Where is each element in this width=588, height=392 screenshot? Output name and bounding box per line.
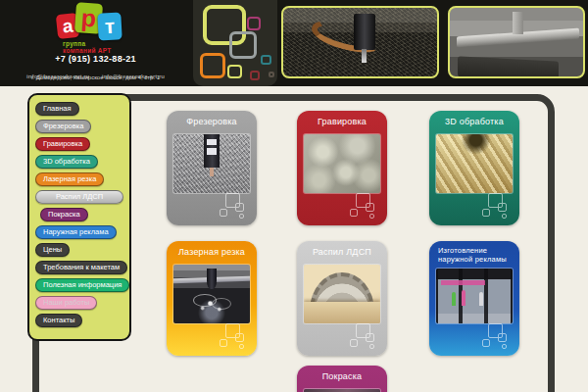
router-base — [458, 56, 559, 78]
deco-square-icon — [200, 53, 225, 78]
card-title: Распил ЛДСП — [297, 241, 387, 263]
deco-square-icon — [227, 65, 242, 78]
mannequin-shape — [479, 292, 483, 307]
card-title: Фрезеровка — [167, 111, 257, 132]
router-column — [513, 12, 523, 35]
header: а р т группа компаний АРТ +7 (915) 132-8… — [0, 0, 588, 86]
phone-number: +7 (915) 132-88-21 — [10, 54, 181, 64]
3d-card-photo — [436, 134, 513, 193]
logo-letter-t: т — [97, 12, 122, 40]
sidebar-item-engraving[interactable]: Гравировка — [35, 137, 90, 151]
sidebar-item-home[interactable]: Главная — [35, 102, 79, 116]
card-title: 3D обработка — [429, 111, 519, 132]
milling-spindle — [354, 14, 375, 51]
page: а р т группа компаний АРТ +7 (915) 132-8… — [0, 0, 588, 392]
deco-square-icon — [229, 31, 257, 59]
mannequin-shape — [452, 292, 457, 307]
company-address: г. Домодедово, Каширское шоссе, дом 4, с… — [5, 74, 186, 80]
squares-motif — [219, 192, 252, 221]
card-milling[interactable]: Фрезеровка — [167, 111, 257, 225]
tagline-line-1: группа — [63, 40, 180, 47]
sidebar-item-milling[interactable]: Фрезеровка — [35, 120, 91, 133]
mannequin-shape — [462, 290, 466, 306]
laser-card-photo — [173, 265, 250, 323]
sidebar-item-our-works[interactable]: Наши работы — [35, 296, 97, 310]
card-outdoor-ads[interactable]: Изготовление наружной рекламы — [429, 241, 519, 356]
wood-board-shape — [304, 302, 380, 323]
squares-motif — [349, 192, 382, 221]
milling-card-photo — [173, 134, 250, 193]
cnc-router-photo — [448, 6, 585, 78]
card-title: Изготовление наружной рекламы — [429, 241, 519, 265]
deco-square-icon — [261, 55, 271, 65]
sidebar-menu: Главная Фрезеровка Гравировка 3D обработ… — [27, 93, 131, 341]
company-logo[interactable]: а р т группа компаний АРТ — [49, 2, 186, 55]
sidebar-item-3d-processing[interactable]: 3D обработка — [35, 155, 98, 169]
card-title: Гравировка — [297, 111, 387, 132]
squares-motif — [219, 322, 252, 352]
card-3d-processing[interactable]: 3D обработка — [429, 111, 519, 225]
saw-card-photo — [304, 265, 380, 323]
card-laser-cutting[interactable]: Лазерная резка — [167, 241, 257, 356]
card-engraving[interactable]: Гравировка — [297, 111, 387, 225]
ads-card-photo — [436, 269, 513, 323]
sidebar-item-prices[interactable]: Цены — [35, 243, 70, 257]
sidebar-item-layout-requirements[interactable]: Требования к макетам — [35, 261, 127, 274]
label-shape — [207, 148, 216, 155]
sidebar-item-painting[interactable]: Покраска — [40, 208, 88, 221]
sidebar-item-laser-cutting[interactable]: Лазерная резка — [35, 172, 104, 186]
deco-square-icon — [247, 17, 261, 30]
sidebar-item-outdoor-ads[interactable]: Наружная реклама — [35, 225, 117, 239]
sidebar-item-contacts[interactable]: Контакты — [35, 314, 82, 327]
squares-motif — [481, 192, 514, 221]
sidebar-item-ldsp-cutting[interactable]: Распил ЛДСП — [35, 190, 123, 204]
squares-motif — [349, 322, 382, 352]
deco-square-icon — [269, 72, 274, 77]
card-title: Лазерная резка — [167, 241, 257, 263]
deco-square-icon — [250, 71, 260, 80]
card-title: Покраска — [297, 366, 387, 387]
tool-shape — [210, 168, 213, 176]
squares-motif-panel — [193, 0, 277, 86]
tagline-line-2: компаний АРТ — [63, 47, 180, 54]
cnc-milling-photo — [281, 6, 439, 78]
engraving-card-photo — [304, 134, 380, 193]
signage-shape — [441, 280, 485, 285]
glass-ring-shape — [212, 298, 231, 310]
card-ldsp-cutting[interactable]: Распил ЛДСП — [297, 241, 387, 356]
logo-tagline: группа компаний АРТ — [63, 40, 180, 54]
card-painting[interactable]: Покраска — [297, 366, 387, 392]
sidebar-item-useful-info[interactable]: Полезная информация — [35, 278, 129, 292]
squares-motif — [481, 322, 514, 352]
label-shape — [207, 139, 216, 146]
nozzle-shape — [207, 269, 217, 290]
milling-tool — [362, 49, 367, 63]
